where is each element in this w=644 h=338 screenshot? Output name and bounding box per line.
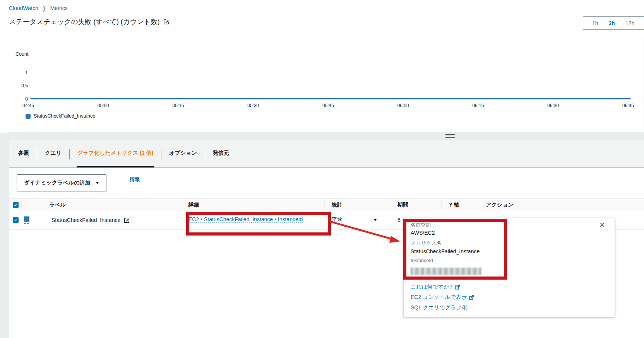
- legend-color-swatch[interactable]: [26, 114, 31, 119]
- tab-divider: [37, 149, 37, 159]
- swatch-dash-underline: [24, 223, 29, 224]
- graph-with-sql-link[interactable]: SQL クエリでグラフ化: [411, 304, 467, 311]
- xtick: 06:45: [622, 103, 634, 108]
- chart-data-line-statuscheckfailed[interactable]: [30, 98, 631, 99]
- ytick-1: 1: [15, 70, 28, 75]
- ytick-0: 0: [15, 96, 28, 102]
- tab-browse[interactable]: 参照: [17, 140, 30, 167]
- page-title-text: ステータスチェックの失敗 (すべて) (カウント数): [9, 17, 160, 26]
- header-period: 期間: [397, 201, 408, 208]
- info-link[interactable]: 情報: [130, 176, 140, 183]
- xtick: 05:45: [322, 103, 334, 108]
- tab-options[interactable]: オプション: [168, 140, 198, 167]
- chart-legend: StatusCheckFailed_Instance: [26, 113, 95, 119]
- edit-label-icon[interactable]: [124, 217, 130, 223]
- caret-down-icon: ▼: [95, 181, 100, 185]
- instance-id-label: InstanceId: [411, 258, 433, 263]
- xtick: 06:15: [472, 103, 484, 108]
- gridline-1: [30, 73, 632, 73]
- check-icon: ✓: [14, 218, 17, 222]
- tab-divider: [161, 149, 161, 159]
- statistic-caret-down-icon[interactable]: ▼: [373, 218, 378, 222]
- close-icon[interactable]: ✕: [599, 220, 605, 229]
- time-range-selector: 1h 3h 12h: [583, 16, 644, 30]
- instance-id-redacted: [411, 268, 481, 275]
- chevron-right-icon: ❯: [42, 5, 46, 12]
- tab-graphed-metrics[interactable]: グラフ化したメトリクス (1 個): [77, 140, 154, 167]
- metric-label: StatusCheckFailed_Instance: [51, 217, 120, 223]
- tab-bar: 参照 クエリ グラフ化したメトリクス (1 個) オプション 発信元: [9, 140, 644, 168]
- row-color-swatch[interactable]: [24, 217, 29, 224]
- tab-divider: [69, 149, 70, 159]
- xtick: 05:30: [247, 103, 259, 108]
- xtick: 04:45: [22, 103, 34, 108]
- row-label-cell: StatusCheckFailed_Instance: [51, 217, 130, 223]
- xtick: 06:00: [397, 103, 409, 108]
- resize-handle-icon[interactable]: [445, 134, 455, 138]
- header-label: ラベル: [49, 201, 66, 208]
- metric-chart-panel: [9, 35, 644, 133]
- table-header-row: ✓ ラベル 詳細 統計 期間 Y 軸 アクション: [9, 198, 644, 212]
- statistic-value[interactable]: 平均: [332, 217, 343, 224]
- xtick: 06:30: [547, 103, 559, 108]
- metric-details-link[interactable]: EC2 • StatusCheckFailed_Instance • Insta…: [188, 216, 303, 223]
- time-range-12h[interactable]: 12h: [625, 20, 634, 26]
- cloudwatch-metrics-page: { "breadcrumb": { "cloudwatch": "CloudWa…: [0, 0, 644, 338]
- header-details: 詳細: [188, 201, 199, 208]
- external-link-icon: [455, 285, 460, 290]
- xtick: 05:00: [98, 103, 109, 108]
- row-checkbox[interactable]: ✓: [13, 217, 19, 223]
- period-value[interactable]: 5: [397, 217, 401, 223]
- tab-query[interactable]: クエリ: [44, 140, 62, 167]
- gridline-0-5: [30, 86, 632, 86]
- what-is-this-link[interactable]: これは何ですか?: [411, 283, 460, 290]
- breadcrumb-metrics: Metrics: [50, 5, 68, 11]
- view-in-ec2-console-link[interactable]: EC2 コンソールで表示: [411, 294, 474, 301]
- header-y-axis: Y 軸: [449, 201, 459, 208]
- metric-details-popover: 名前空間 AWS/EC2 メトリクス名 StatusCheckFailed_In…: [403, 218, 615, 318]
- chart-y-axis-title: Count: [15, 51, 28, 57]
- left-gutter: [0, 140, 9, 338]
- header-statistic: 統計: [332, 201, 343, 208]
- external-link-icon: [469, 295, 474, 300]
- time-range-3h[interactable]: 3h: [609, 20, 615, 26]
- metric-name-label: メトリクス名: [411, 240, 442, 247]
- add-dynamic-label-button[interactable]: ダイナミックラベルの追加 ▼: [17, 174, 106, 191]
- chart-x-axis-ticks: 04:45 05:00 05:15 05:30 05:45 06:00 06:1…: [22, 103, 634, 108]
- tab-divider: [205, 149, 205, 159]
- ytick-0-5: 0.5: [15, 83, 28, 89]
- tab-source[interactable]: 発信元: [212, 140, 230, 167]
- check-icon: ✓: [14, 203, 17, 207]
- namespace-label: 名前空間: [411, 222, 431, 229]
- splitter-band: [0, 133, 644, 140]
- select-all-checkbox[interactable]: ✓: [13, 202, 19, 208]
- time-range-1h[interactable]: 1h: [592, 20, 598, 26]
- metric-name-value: StatusCheckFailed_Instance: [411, 248, 480, 254]
- breadcrumb-cloudwatch-link[interactable]: CloudWatch: [9, 5, 38, 11]
- header-actions: アクション: [486, 201, 514, 208]
- namespace-value: AWS/EC2: [411, 230, 435, 236]
- row-details-cell: EC2 • StatusCheckFailed_Instance • Insta…: [188, 216, 303, 224]
- breadcrumb: CloudWatch ❯ Metrics: [9, 5, 68, 11]
- edit-title-icon[interactable]: [163, 19, 169, 25]
- page-title: ステータスチェックの失敗 (すべて) (カウント数): [9, 17, 169, 26]
- xtick: 05:15: [172, 103, 184, 108]
- legend-series-name[interactable]: StatusCheckFailed_Instance: [34, 113, 95, 119]
